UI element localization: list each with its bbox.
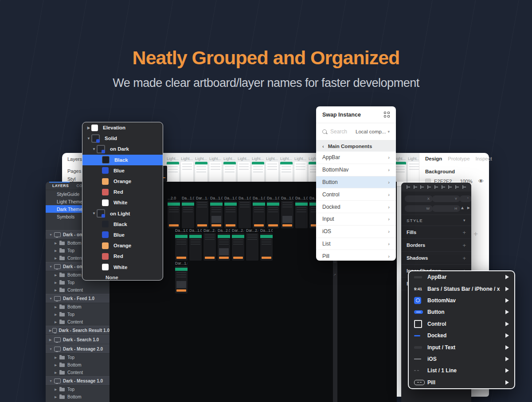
artboard-thumbnail[interactable] <box>218 233 230 261</box>
add-icon[interactable]: + <box>462 229 466 236</box>
style-option-on-dark[interactable]: ▼on Dark <box>82 144 163 154</box>
eye-icon[interactable]: 👁 <box>478 178 484 184</box>
dark-artboard[interactable]: ...2.0 <box>168 196 180 228</box>
swap-item-docked[interactable]: Docked› <box>316 201 396 213</box>
style-option-orange[interactable]: Orange <box>82 176 163 187</box>
artboard-label[interactable]: Light... <box>252 156 264 161</box>
swap-item-button[interactable]: Button› <box>316 176 396 189</box>
menu-item-bars-status-bar-iphone-x[interactable]: 9:41Bars / Status Bar / iPhone / x <box>409 283 514 294</box>
artboard-label[interactable]: Light... <box>266 156 278 161</box>
menu-item-list-1-line[interactable]: List / 1 Line <box>409 365 514 376</box>
artboard-label[interactable]: Dar...2.0 <box>232 228 244 232</box>
triangle-right-icon[interactable]: ▶ <box>55 395 59 399</box>
triangle-right-icon[interactable]: ▶ <box>55 289 59 292</box>
artboard-thumbnail[interactable] <box>203 233 216 261</box>
artboard-label[interactable]: Light... <box>167 156 179 161</box>
pin-left-icon[interactable] <box>427 185 431 189</box>
triangle-down-icon[interactable]: ▼ <box>91 211 97 215</box>
swap-item-ios[interactable]: iOS› <box>316 226 396 238</box>
style-option-solid[interactable]: ▼Solid <box>82 133 163 144</box>
artboard-thumbnail[interactable] <box>224 201 237 228</box>
triangle-down-icon[interactable]: ▼ <box>49 233 54 236</box>
artboard-label[interactable]: Light... <box>408 156 419 161</box>
group-layer-row[interactable]: ▶Top <box>46 386 110 393</box>
height-field[interactable]: H <box>432 205 460 212</box>
nav-tab-layers[interactable]: Layers <box>67 156 82 162</box>
align-top-icon[interactable] <box>448 185 452 189</box>
artboard-thumbnail[interactable] <box>168 201 180 228</box>
artboard-label[interactable]: Dar...2.0 <box>246 228 258 232</box>
add-style-icon[interactable]: + <box>473 230 478 238</box>
pin-center-icon[interactable] <box>434 185 438 189</box>
triangle-down-icon[interactable]: ▼ <box>49 347 54 351</box>
style-section-header[interactable]: STYLE ▾ <box>401 215 471 226</box>
artboard-thumbnail[interactable] <box>196 201 208 228</box>
search-input[interactable]: Search <box>330 129 347 135</box>
dark-artboard[interactable]: Da...1.0 <box>295 196 308 228</box>
dark-artboard[interactable]: Da...1.0 <box>281 196 293 228</box>
style-option-none[interactable]: None <box>82 273 163 281</box>
dark-artboard[interactable]: Da...1.0 <box>239 196 251 228</box>
dark-artboard[interactable]: Da...1.0 <box>189 228 202 261</box>
artboard-thumbnail[interactable] <box>253 201 265 228</box>
dark-artboard[interactable]: Da...1.0 <box>253 196 265 228</box>
artboard-thumbnail[interactable] <box>260 233 273 261</box>
align-left-icon[interactable] <box>407 185 410 189</box>
menu-item-appbar[interactable]: AppBar <box>409 271 514 283</box>
dark-artboard[interactable]: Dar...2.0 <box>232 228 244 261</box>
artboard-thumbnail[interactable] <box>175 233 188 261</box>
triangle-right-icon[interactable]: ▶ <box>55 281 59 285</box>
nav-tab-styl[interactable]: Styl <box>67 176 75 182</box>
triangle-right-icon[interactable]: ▶ <box>55 388 59 391</box>
artboard-thumbnail[interactable] <box>267 201 279 228</box>
style-option-red[interactable]: Red <box>82 251 163 261</box>
dark-artboard[interactable]: Da...1.0 <box>210 196 223 228</box>
artboard-label[interactable]: Light... <box>223 156 236 161</box>
group-layer-row[interactable]: ▶Bottom <box>46 303 110 311</box>
artboard-label[interactable]: Dar...2.0 <box>203 228 216 232</box>
triangle-right-icon[interactable]: ▶ <box>55 242 59 245</box>
artboard-label[interactable]: Light... <box>181 156 193 161</box>
align-bottom-icon[interactable] <box>462 185 466 189</box>
triangle-right-icon[interactable]: ▶ <box>55 313 59 316</box>
artboard-label[interactable]: Da...1.0 <box>239 196 251 200</box>
artboard-thumbnail[interactable] <box>295 201 308 228</box>
triangle-right-icon[interactable]: ▶ <box>55 257 59 260</box>
more-icon[interactable] <box>420 185 424 189</box>
style-option-on-light[interactable]: ▼on Light <box>82 208 163 219</box>
pin-right-icon[interactable] <box>442 185 445 189</box>
style-option-black[interactable]: Black <box>82 219 163 230</box>
swap-item-bottomnav[interactable]: BottomNav› <box>316 164 396 176</box>
dark-artboard[interactable]: Dar...1.0 <box>196 196 208 228</box>
artboard-layer-row[interactable]: ▼Dark - Feed 1.0 <box>46 294 110 303</box>
back-to-main-components[interactable]: ‹ Main Components <box>316 141 396 152</box>
dark-artboard[interactable]: Da...1.0 <box>175 228 188 261</box>
triangle-right-icon[interactable]: ▶ <box>55 356 59 359</box>
menu-item-ios[interactable]: iOS <box>409 353 514 365</box>
dark-artboard[interactable]: Da...2.0 <box>218 228 230 261</box>
flip-horizontal-icon[interactable]: ▲ <box>460 205 465 210</box>
artboard-label[interactable]: Da...1.0 <box>189 228 202 232</box>
group-layer-row[interactable]: ▶Top <box>46 354 110 361</box>
group-layer-row[interactable]: ▶Bottom <box>46 393 110 401</box>
artboard-label[interactable]: Da...1.0 <box>281 196 293 200</box>
style-option-blue[interactable]: Blue <box>82 165 163 176</box>
artboard-layer-row[interactable]: ▶Dark - Search 1.0 <box>46 335 110 344</box>
artboard-thumbnail[interactable] <box>246 233 258 261</box>
group-layer-row[interactable]: ▶Content <box>46 318 110 326</box>
artboard-label[interactable]: Dar...1.0 <box>196 196 208 200</box>
flip-vertical-icon[interactable]: ► <box>466 205 471 210</box>
artboard-label[interactable]: Light... <box>195 156 207 161</box>
style-option-blue[interactable]: Blue <box>82 230 163 240</box>
artboard-label[interactable]: Da...1.0 <box>224 196 237 200</box>
width-field[interactable]: W <box>405 205 433 212</box>
group-layer-row[interactable]: ▶Bottom <box>46 361 110 369</box>
tab-inspect[interactable]: Inspect <box>476 156 492 161</box>
artboard-label[interactable]: Da...1.0 <box>182 196 194 200</box>
swap-item-pill[interactable]: Pill› <box>316 250 396 261</box>
triangle-down-icon[interactable]: ▼ <box>86 137 91 141</box>
nav-tab-pages[interactable]: Pages <box>67 168 81 174</box>
swap-item-appbar[interactable]: AppBar› <box>316 152 396 164</box>
artboard-layer-row[interactable]: ▼Dark - Message 2.0 <box>46 344 110 354</box>
scope-dropdown[interactable]: Local comp... <box>356 129 386 134</box>
